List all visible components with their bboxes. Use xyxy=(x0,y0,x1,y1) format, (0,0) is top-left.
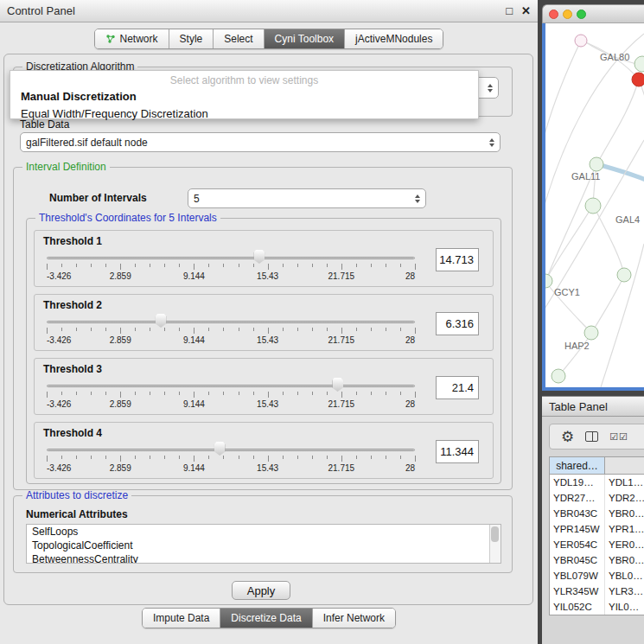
network-node[interactable] xyxy=(590,157,603,171)
network-node[interactable] xyxy=(575,35,587,47)
network-node[interactable] xyxy=(634,56,644,72)
network-edge xyxy=(601,244,644,387)
table-panel-titlebar[interactable]: Table Panel xyxy=(542,396,644,417)
table-cell: YLR345W xyxy=(550,583,605,599)
network-node[interactable] xyxy=(545,274,552,288)
close-window-button[interactable]: ✕ xyxy=(521,4,531,17)
scale-label: 15.43 xyxy=(257,335,278,345)
network-node[interactable] xyxy=(617,268,631,282)
list-scrollbar[interactable] xyxy=(489,525,501,563)
slider-thumb[interactable] xyxy=(214,442,226,456)
threshold-block: Threshold 2-3.4262.8599.14415.4321.71528… xyxy=(34,294,494,351)
traffic-light-close-button[interactable] xyxy=(549,10,558,19)
slider-thumb[interactable] xyxy=(253,250,265,264)
dropdown-item-manual-discretization[interactable]: Manual Discretization xyxy=(10,88,478,105)
screen: Control Panel □ ✕ NetworkStyleSelectCyni… xyxy=(0,0,644,644)
traffic-light-zoom-button[interactable] xyxy=(577,10,586,19)
bottom-tab-infer-network[interactable]: Infer Network xyxy=(312,609,395,628)
tab-cyni-toolbox[interactable]: Cyni Toolbox xyxy=(264,29,344,48)
numerical-attributes-listbox[interactable]: SelfLoopsTopologicalCoefficientBetweenne… xyxy=(26,524,501,564)
table-row[interactable]: YBR043CYBR0… xyxy=(550,506,644,521)
threshold-label: Threshold 3 xyxy=(43,363,102,375)
thresholds-group-title: Threshold's Coordinates for 5 Intervals xyxy=(35,213,220,224)
threshold-value-input[interactable]: 14.713 xyxy=(436,248,479,271)
scale-label: 9.144 xyxy=(183,271,205,281)
table-row[interactable]: YER054CYER0… xyxy=(550,537,644,552)
threshold-slider[interactable]: -3.4262.8599.14415.4321.71528 xyxy=(47,378,415,412)
control-panel-titlebar[interactable]: Control Panel □ ✕ xyxy=(0,0,538,22)
tab-select[interactable]: Select xyxy=(213,29,263,48)
network-node[interactable] xyxy=(632,73,644,86)
slider-ticks xyxy=(47,392,415,399)
network-node[interactable] xyxy=(584,326,598,340)
top-tab-bar: NetworkStyleSelectCyni ToolboxjActiveMNo… xyxy=(94,29,444,49)
network-node[interactable] xyxy=(552,369,565,383)
threshold-slider[interactable]: -3.4262.8599.14415.4321.71528 xyxy=(47,250,415,284)
combo-arrows-icon xyxy=(484,136,494,150)
network-canvas[interactable]: GAL80GAL11GAL4GCY1HAP2 xyxy=(542,23,644,391)
bottom-tab-impute-data[interactable]: Impute Data xyxy=(143,609,220,628)
columns-icon[interactable] xyxy=(585,431,598,442)
table-row[interactable]: YPR145WYPR1… xyxy=(550,521,644,537)
table-data-combobox-value: galFiltered.sif default node xyxy=(26,137,148,149)
scale-label: 28 xyxy=(405,463,415,473)
interval-definition-fieldset: Interval Definition Number of Intervals … xyxy=(13,167,513,490)
top-tab-bar-wrap: NetworkStyleSelectCyni ToolboxjActiveMNo… xyxy=(0,29,538,49)
scale-label: 28 xyxy=(405,335,415,345)
thresholds-fieldset: Threshold's Coordinates for 5 Intervals … xyxy=(26,218,501,484)
float-window-button[interactable]: □ xyxy=(506,4,513,17)
list-item-betweennesscentrality[interactable]: BetweennessCentrality xyxy=(27,552,501,564)
threshold-slider[interactable]: -3.4262.8599.14415.4321.71528 xyxy=(47,442,415,476)
table-row[interactable]: YBL079WYBL0… xyxy=(550,568,644,583)
slider-thumb[interactable] xyxy=(332,378,343,392)
tab-network[interactable]: Network xyxy=(95,29,169,48)
table-cell: YPR1… xyxy=(605,521,644,537)
table-row[interactable]: YIL052CYIL0… xyxy=(550,599,644,615)
algorithm-dropdown-list: Manual DiscretizationEqual Width/Frequen… xyxy=(10,88,478,123)
table-panel-title: Table Panel xyxy=(549,400,608,413)
slider-thumb[interactable] xyxy=(156,314,167,328)
column-header-1[interactable]: shared… xyxy=(550,457,605,475)
column-header-2[interactable]: n… xyxy=(605,457,644,475)
bottom-tab-discretize-data[interactable]: Discretize Data xyxy=(220,609,311,628)
slider-ticks xyxy=(47,456,415,462)
network-node[interactable] xyxy=(585,198,601,214)
threshold-value-input[interactable]: 6.316 xyxy=(436,312,479,335)
threshold-slider[interactable]: -3.4262.8599.14415.4321.71528 xyxy=(47,314,415,348)
spinner-arrows-icon xyxy=(410,192,420,206)
table-cell: YER054C xyxy=(550,537,605,552)
table-cell: YPR145W xyxy=(550,521,605,537)
traffic-light-minimize-button[interactable] xyxy=(563,10,572,19)
table-cell: YBR043C xyxy=(550,506,605,521)
list-item-selfloops[interactable]: SelfLoops xyxy=(27,525,501,539)
scale-label: 2.859 xyxy=(110,335,131,345)
table-cell: YDL1… xyxy=(605,475,644,490)
slider-track xyxy=(47,449,415,451)
list-item-topologicalcoefficient[interactable]: TopologicalCoefficient xyxy=(27,539,501,552)
network-node-label: GAL11 xyxy=(571,171,600,182)
scale-label: 2.859 xyxy=(110,399,131,409)
scale-label: -3.426 xyxy=(47,463,71,473)
table-row[interactable]: YLR345WYLR3… xyxy=(550,583,644,599)
scrollbar-thumb[interactable] xyxy=(491,526,499,542)
control-panel-window: Control Panel □ ✕ NetworkStyleSelectCyni… xyxy=(0,0,538,644)
bottom-tab-bar-wrap: Impute DataDiscretize DataInfer Network xyxy=(0,608,538,628)
network-window: GAL80GAL11GAL4GCY1HAP2 xyxy=(542,4,644,391)
apply-button[interactable]: Apply xyxy=(232,581,290,600)
slider-scale-labels: -3.4262.8599.14415.4321.71528 xyxy=(47,271,415,282)
table-data-combobox[interactable]: galFiltered.sif default node xyxy=(20,132,501,152)
table-row[interactable]: YBR045CYBR0… xyxy=(550,552,644,568)
gear-icon[interactable]: ⚙ xyxy=(561,430,574,444)
tab-jactivemnodules[interactable]: jActiveMNodules xyxy=(344,29,443,48)
dropdown-item-equal-width-frequency-discretization[interactable]: Equal Width/Frequency Discretization xyxy=(10,105,478,123)
table-row[interactable]: YDL19…YDL1… xyxy=(550,475,644,490)
tab-style[interactable]: Style xyxy=(169,29,214,48)
number-of-intervals-spinner[interactable]: 5 xyxy=(188,188,426,208)
threshold-value-input[interactable]: 21.4 xyxy=(436,376,479,399)
checkboxes-icon[interactable]: ☑☑ xyxy=(609,431,628,443)
network-window-titlebar[interactable] xyxy=(542,4,644,23)
table-row[interactable]: YDR27…YDR2… xyxy=(550,490,644,506)
scale-label: 9.144 xyxy=(183,399,205,409)
table-cell: YIL052C xyxy=(550,599,605,615)
threshold-value-input[interactable]: 11.344 xyxy=(436,440,479,463)
